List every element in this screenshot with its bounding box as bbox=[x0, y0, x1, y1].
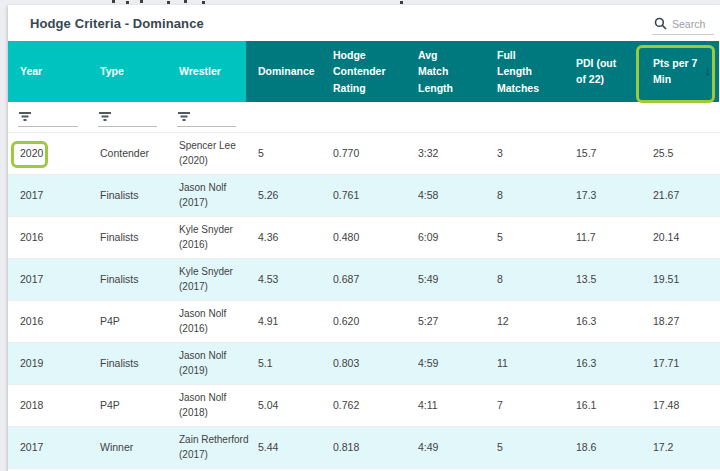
cell-type: P4P bbox=[88, 385, 167, 426]
filter-row bbox=[8, 101, 720, 133]
cell-year: 2017 bbox=[8, 259, 88, 300]
cell-type: Finalists bbox=[88, 259, 167, 300]
cell-dominance: 4.91 bbox=[246, 301, 321, 342]
table-row[interactable]: 2017 Finalists Kyle Snyder (2017) 4.53 0… bbox=[8, 259, 720, 301]
cell-full-length-matches: 7 bbox=[485, 385, 564, 426]
cell-full-length-matches: 8 bbox=[485, 175, 564, 216]
cell-year: 2018 bbox=[8, 385, 88, 426]
cell-hodge-rating: 0.818 bbox=[321, 427, 406, 468]
column-header-hodge-contender-rating[interactable]: Hodge Contender Rating bbox=[321, 41, 406, 102]
cell-wrestler: Jason Nolf (2019) bbox=[167, 343, 246, 384]
cell-wrestler: Jason Nolf (2017) bbox=[167, 175, 246, 216]
cell-pts-per-7-min: 20.14 bbox=[641, 217, 719, 258]
cell-full-length-matches: 8 bbox=[485, 259, 564, 300]
column-header-dominance[interactable]: Dominance bbox=[246, 41, 321, 102]
cell-avg-match-length: 4:49 bbox=[406, 427, 485, 468]
cell-pts-per-7-min: 21.67 bbox=[641, 175, 719, 216]
cell-dominance: 4.36 bbox=[246, 217, 321, 258]
cell-year: 2017 bbox=[8, 427, 88, 468]
cell-pdi: 13.5 bbox=[564, 259, 641, 300]
cell-wrestler: Kyle Snyder (2017) bbox=[167, 259, 246, 300]
cell-year: 2020 bbox=[8, 133, 88, 174]
table-header-row: Year Type Wrestler Dominance Hodge Conte… bbox=[8, 41, 720, 101]
table-row[interactable]: 2016 Finalists Kyle Snyder (2016) 4.36 0… bbox=[8, 217, 720, 259]
cell-hodge-rating: 0.761 bbox=[321, 175, 406, 216]
cell-avg-match-length: 6:09 bbox=[406, 217, 485, 258]
cell-pts-per-7-min: 19.51 bbox=[641, 259, 719, 300]
cell-avg-match-length: 4:59 bbox=[406, 343, 485, 384]
cell-dominance: 5.26 bbox=[246, 175, 321, 216]
cell-hodge-rating: 0.803 bbox=[321, 343, 406, 384]
type-filter-input[interactable] bbox=[98, 106, 157, 127]
cell-avg-match-length: 4:11 bbox=[406, 385, 485, 426]
cell-pdi: 11.7 bbox=[564, 217, 641, 258]
cell-full-length-matches: 3 bbox=[485, 133, 564, 174]
cell-avg-match-length: 4:58 bbox=[406, 175, 485, 216]
cell-full-length-matches: 5 bbox=[485, 217, 564, 258]
cell-hodge-rating: 0.762 bbox=[321, 385, 406, 426]
table-row[interactable]: 2017 Finalists Jason Nolf (2017) 5.26 0.… bbox=[8, 175, 720, 217]
column-header-pts-per-7-min[interactable]: Pts per 7 Min ↓ bbox=[641, 41, 719, 102]
cell-wrestler: Kyle Snyder (2016) bbox=[167, 217, 246, 258]
cell-year: 2016 bbox=[8, 301, 88, 342]
search-icon bbox=[654, 17, 667, 30]
column-header-type[interactable]: Type bbox=[88, 41, 167, 102]
cell-pdi: 16.1 bbox=[564, 385, 641, 426]
cell-pdi: 17.3 bbox=[564, 175, 641, 216]
table-row[interactable]: 2019 Finalists Jason Nolf (2019) 5.1 0.8… bbox=[8, 343, 720, 385]
cell-pts-per-7-min: 17.2 bbox=[641, 427, 719, 468]
cell-dominance: 5.04 bbox=[246, 385, 321, 426]
cell-pdi: 15.7 bbox=[564, 133, 641, 174]
cell-type: Finalists bbox=[88, 175, 167, 216]
cell-year: 2016 bbox=[8, 217, 88, 258]
column-header-wrestler[interactable]: Wrestler bbox=[167, 41, 246, 102]
cell-hodge-rating: 0.480 bbox=[321, 217, 406, 258]
cell-type: Winner bbox=[88, 427, 167, 468]
column-header-year[interactable]: Year bbox=[8, 41, 88, 102]
cell-type: Contender bbox=[88, 133, 167, 174]
wrestler-filter-input[interactable] bbox=[177, 106, 236, 127]
table-row[interactable]: 2020 Contender Spencer Lee (2020) 5 0.77… bbox=[8, 133, 720, 175]
data-table-card: Hodge Criteria - Dominance Year Type Wre… bbox=[8, 5, 720, 471]
cell-wrestler: Spencer Lee (2020) bbox=[167, 133, 246, 174]
cell-hodge-rating: 0.687 bbox=[321, 259, 406, 300]
cell-pdi: 16.3 bbox=[564, 301, 641, 342]
cell-type: Finalists bbox=[88, 343, 167, 384]
cell-dominance: 5 bbox=[246, 133, 321, 174]
search-box[interactable] bbox=[652, 15, 714, 35]
year-filter-input[interactable] bbox=[18, 106, 78, 127]
cell-dominance: 5.44 bbox=[246, 427, 321, 468]
page-title: Hodge Criteria - Dominance bbox=[30, 16, 204, 31]
cell-wrestler: Jason Nolf (2018) bbox=[167, 385, 246, 426]
table-row[interactable]: 2018 P4P Jason Nolf (2018) 5.04 0.762 4:… bbox=[8, 385, 720, 427]
cell-avg-match-length: 5:27 bbox=[406, 301, 485, 342]
search-input[interactable] bbox=[672, 18, 712, 30]
table-row[interactable]: 2017 Winner Zain Retherford (2017) 5.44 … bbox=[8, 427, 720, 469]
cell-avg-match-length: 5:49 bbox=[406, 259, 485, 300]
column-header-pdi[interactable]: PDI (out of 22) bbox=[564, 41, 641, 102]
column-header-avg-match-length[interactable]: Avg Match Length bbox=[406, 41, 485, 102]
cell-year: 2019 bbox=[8, 343, 88, 384]
cell-pdi: 16.3 bbox=[564, 343, 641, 384]
cell-dominance: 5.1 bbox=[246, 343, 321, 384]
column-header-full-length-matches[interactable]: Full Length Matches bbox=[485, 41, 564, 102]
cell-pts-per-7-min: 17.71 bbox=[641, 343, 719, 384]
filter-icon bbox=[178, 111, 190, 122]
cell-full-length-matches: 5 bbox=[485, 427, 564, 468]
cell-pts-per-7-min: 18.27 bbox=[641, 301, 719, 342]
cell-hodge-rating: 0.620 bbox=[321, 301, 406, 342]
cell-pdi: 18.6 bbox=[564, 427, 641, 468]
cell-dominance: 4.53 bbox=[246, 259, 321, 300]
cell-pts-per-7-min: 25.5 bbox=[641, 133, 719, 174]
cell-wrestler: Jason Nolf (2016) bbox=[167, 301, 246, 342]
table-toolbar: Hodge Criteria - Dominance bbox=[8, 5, 720, 41]
filter-icon bbox=[99, 111, 111, 122]
cell-hodge-rating: 0.770 bbox=[321, 133, 406, 174]
cell-year: 2017 bbox=[8, 175, 88, 216]
cell-type: P4P bbox=[88, 301, 167, 342]
cell-avg-match-length: 3:32 bbox=[406, 133, 485, 174]
cell-pts-per-7-min: 17.48 bbox=[641, 385, 719, 426]
table-row[interactable]: 2016 P4P Jason Nolf (2016) 4.91 0.620 5:… bbox=[8, 301, 720, 343]
clipped-text-remnant bbox=[112, 0, 115, 3]
cell-full-length-matches: 12 bbox=[485, 301, 564, 342]
